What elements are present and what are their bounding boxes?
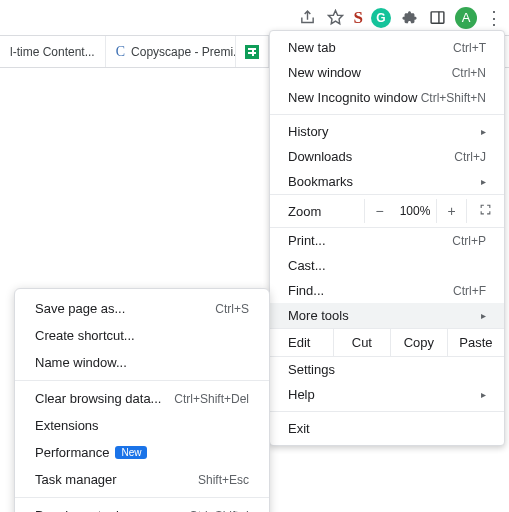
menu-more-tools[interactable]: More tools: [270, 303, 504, 328]
menu-label: Clear browsing data...: [35, 391, 161, 406]
menu-label: Developer tools: [35, 508, 125, 512]
tab-label: Copyscape - Premi...: [131, 45, 236, 59]
submenu-save-page[interactable]: Save page as... Ctrl+S: [15, 295, 269, 322]
menu-downloads[interactable]: Downloads Ctrl+J: [270, 144, 504, 169]
submenu-create-shortcut[interactable]: Create shortcut...: [15, 322, 269, 349]
extension-s-icon[interactable]: S: [354, 8, 363, 28]
submenu-extensions[interactable]: Extensions: [15, 412, 269, 439]
shortcut: Ctrl+J: [454, 150, 486, 164]
menu-edit-row: Edit Cut Copy Paste: [270, 328, 504, 357]
tab[interactable]: [236, 36, 269, 67]
zoom-value: 100%: [394, 204, 436, 218]
menu-label: History: [288, 124, 328, 139]
separator: [15, 380, 269, 381]
separator: [270, 411, 504, 412]
shortcut: Ctrl+T: [453, 41, 486, 55]
extensions-puzzle-icon[interactable]: [399, 8, 419, 28]
menu-label: Bookmarks: [288, 174, 353, 189]
side-panel-icon[interactable]: [427, 8, 447, 28]
separator: [270, 114, 504, 115]
menu-label: Save page as...: [35, 301, 125, 316]
menu-help[interactable]: Help: [270, 382, 504, 407]
profile-avatar[interactable]: A: [455, 7, 477, 29]
menu-exit[interactable]: Exit: [270, 416, 504, 441]
menu-new-window[interactable]: New window Ctrl+N: [270, 60, 504, 85]
menu-new-tab[interactable]: New tab Ctrl+T: [270, 35, 504, 60]
copy-button[interactable]: Copy: [390, 329, 447, 356]
tab[interactable]: C Copyscape - Premi...: [106, 36, 236, 67]
menu-label: New tab: [288, 40, 336, 55]
shortcut: Ctrl+P: [452, 234, 486, 248]
menu-label: New window: [288, 65, 361, 80]
zoom-in-button[interactable]: +: [436, 199, 466, 223]
menu-label: More tools: [288, 308, 349, 323]
bookmark-star-icon[interactable]: [326, 8, 346, 28]
new-badge: New: [115, 446, 147, 459]
favicon-copyscape-icon: C: [116, 44, 125, 60]
menu-print[interactable]: Print... Ctrl+P: [270, 228, 504, 253]
menu-label: Extensions: [35, 418, 99, 433]
menu-find[interactable]: Find... Ctrl+F: [270, 278, 504, 303]
menu-label: Settings: [288, 362, 335, 377]
shortcut: Shift+Esc: [198, 473, 249, 487]
menu-history[interactable]: History: [270, 119, 504, 144]
shortcut: Ctrl+S: [215, 302, 249, 316]
shortcut: Ctrl+Shift+I: [189, 509, 249, 513]
svg-marker-0: [328, 10, 342, 23]
submenu-name-window[interactable]: Name window...: [15, 349, 269, 376]
menu-label: Performance: [35, 445, 109, 460]
menu-cast[interactable]: Cast...: [270, 253, 504, 278]
menu-label: New Incognito window: [288, 90, 417, 105]
menu-label: Name window...: [35, 355, 127, 370]
submenu-developer-tools[interactable]: Developer tools Ctrl+Shift+I: [15, 502, 269, 512]
menu-label: Find...: [288, 283, 324, 298]
menu-settings[interactable]: Settings: [270, 357, 504, 382]
menu-incognito[interactable]: New Incognito window Ctrl+Shift+N: [270, 85, 504, 110]
share-icon[interactable]: [298, 8, 318, 28]
submenu-performance[interactable]: Performance New: [15, 439, 269, 466]
shortcut: Ctrl+F: [453, 284, 486, 298]
menu-label: Print...: [288, 233, 326, 248]
menu-bookmarks[interactable]: Bookmarks: [270, 169, 504, 194]
shortcut: Ctrl+N: [452, 66, 486, 80]
menu-label: Downloads: [288, 149, 352, 164]
favicon-sheets-icon: [244, 44, 260, 60]
menu-label: Help: [288, 387, 315, 402]
submenu-clear-browsing-data[interactable]: Clear browsing data... Ctrl+Shift+Del: [15, 385, 269, 412]
cut-button[interactable]: Cut: [333, 329, 390, 356]
menu-label: Create shortcut...: [35, 328, 135, 343]
submenu-task-manager[interactable]: Task manager Shift+Esc: [15, 466, 269, 493]
separator: [15, 497, 269, 498]
chrome-menu-icon[interactable]: ⋮: [485, 9, 503, 27]
menu-label: Task manager: [35, 472, 117, 487]
menu-label: Exit: [288, 421, 310, 436]
extension-grammarly-icon[interactable]: G: [371, 8, 391, 28]
zoom-out-button[interactable]: −: [364, 199, 394, 223]
tab[interactable]: l-time Content...: [0, 36, 106, 67]
more-tools-submenu: Save page as... Ctrl+S Create shortcut..…: [14, 288, 270, 512]
fullscreen-button[interactable]: [466, 199, 504, 223]
paste-button[interactable]: Paste: [447, 329, 504, 356]
menu-zoom-row: Zoom − 100% +: [270, 194, 504, 228]
chrome-main-menu: New tab Ctrl+T New window Ctrl+N New Inc…: [269, 30, 505, 446]
shortcut: Ctrl+Shift+Del: [174, 392, 249, 406]
shortcut: Ctrl+Shift+N: [421, 91, 486, 105]
svg-rect-1: [431, 12, 444, 23]
tab-label: l-time Content...: [10, 45, 95, 59]
menu-label: Cast...: [288, 258, 326, 273]
edit-label: Edit: [270, 329, 333, 356]
zoom-label: Zoom: [288, 204, 364, 219]
